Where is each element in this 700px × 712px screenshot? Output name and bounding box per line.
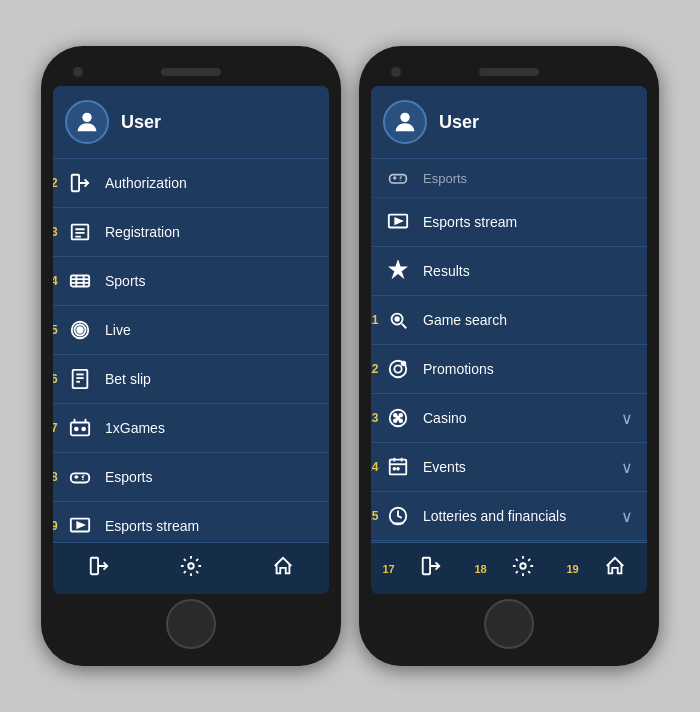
menu-item-live[interactable]: 5 Live <box>53 306 329 355</box>
phone-2-bottom <box>371 594 647 654</box>
esports-icon <box>67 464 93 490</box>
menu-item-betslip[interactable]: 6 Bet slip <box>53 355 329 404</box>
svg-rect-27 <box>91 558 98 575</box>
partial-esports-item: Esports <box>371 159 647 198</box>
svg-point-0 <box>82 113 91 122</box>
menu-item-casino[interactable]: 13 Casino ∨ <box>371 394 647 443</box>
nav-home-icon[interactable] <box>262 551 304 586</box>
live-icon <box>67 317 93 343</box>
phone-1: User 2 Authorization 3 <box>41 46 341 666</box>
svg-point-29 <box>188 563 194 569</box>
sports-icon <box>67 268 93 294</box>
user-header-2: User <box>371 86 647 159</box>
phone-1-top-bar <box>53 58 329 86</box>
partial-esports-icon <box>385 165 411 191</box>
svg-point-44 <box>399 419 402 422</box>
esports-stream-2-icon <box>385 209 411 235</box>
menu-item-authorization[interactable]: 2 Authorization <box>53 159 329 208</box>
betslip-label: Bet slip <box>105 371 315 387</box>
menu-item-sports[interactable]: 4 Sports <box>53 257 329 306</box>
sports-label: Sports <box>105 273 315 289</box>
phone-1-screen: User 2 Authorization 3 <box>53 86 329 594</box>
phone-2-wrapper: User Esports Esports st <box>359 46 659 666</box>
nav-home-2-icon[interactable] <box>594 551 636 586</box>
svg-point-22 <box>75 428 78 431</box>
events-label: Events <box>423 459 609 475</box>
menu-item-esports-stream[interactable]: 9 Esports stream <box>53 502 329 542</box>
phones-container: User 2 Authorization 3 <box>41 46 659 666</box>
nav-login-2-icon[interactable] <box>410 551 452 586</box>
esports-label: Esports <box>105 469 315 485</box>
avatar-2 <box>383 100 427 144</box>
registration-label: Registration <box>105 224 315 240</box>
bottom-nav-1 <box>53 542 329 594</box>
svg-point-43 <box>394 419 397 422</box>
svg-point-50 <box>393 468 395 470</box>
svg-point-41 <box>394 414 397 417</box>
results-2-label: Results <box>423 263 633 279</box>
menu-item-2-results[interactable]: Results <box>371 247 647 296</box>
menu-item-events[interactable]: 14 Events ∨ <box>371 443 647 492</box>
phone-2-screen: User Esports Esports st <box>371 86 647 594</box>
game-search-label: Game search <box>423 312 633 328</box>
home-button-1[interactable] <box>166 599 216 649</box>
menu-list-2[interactable]: Esports stream Results 11 <box>371 198 647 542</box>
menu-item-1xgames[interactable]: 7 1xGames <box>53 404 329 453</box>
svg-marker-26 <box>77 522 83 528</box>
user-header-1: User <box>53 86 329 159</box>
svg-point-38 <box>394 365 401 372</box>
svg-rect-31 <box>390 175 407 183</box>
lotteries-arrow[interactable]: ∨ <box>621 507 633 526</box>
svg-point-23 <box>82 428 85 431</box>
esports-stream-2-label: Esports stream <box>423 214 633 230</box>
svg-rect-19 <box>71 423 89 436</box>
phone-2-camera <box>391 67 401 77</box>
authorization-label: Authorization <box>105 175 315 191</box>
menu-item-promotions[interactable]: 12 Promotions <box>371 345 647 394</box>
svg-point-30 <box>400 113 409 122</box>
nav-settings-icon[interactable] <box>170 551 212 586</box>
phone-2-speaker <box>479 68 539 76</box>
svg-point-35 <box>395 317 399 321</box>
svg-rect-7 <box>71 276 89 287</box>
svg-point-45 <box>397 417 400 420</box>
esports-stream-label: Esports stream <box>105 518 315 534</box>
user-name-1: User <box>121 112 161 133</box>
svg-marker-33 <box>395 218 401 224</box>
svg-rect-1 <box>72 175 79 192</box>
svg-point-59 <box>520 563 526 569</box>
1xgames-icon <box>67 415 93 441</box>
avatar-1 <box>65 100 109 144</box>
menu-list-1[interactable]: 2 Authorization 3 Registration <box>53 159 329 542</box>
casino-label: Casino <box>423 410 609 426</box>
phone-2: User Esports Esports st <box>359 46 659 666</box>
menu-item-registration[interactable]: 3 Registration <box>53 208 329 257</box>
menu-item-esports[interactable]: 8 Esports <box>53 453 329 502</box>
lotteries-label: Lotteries and financials <box>423 508 609 524</box>
promotions-label: Promotions <box>423 361 633 377</box>
menu-item-lotteries[interactable]: 15 Lotteries and financials ∨ <box>371 492 647 541</box>
results-2-icon <box>385 258 411 284</box>
svg-point-12 <box>77 327 83 333</box>
promotions-icon <box>385 356 411 382</box>
home-button-2[interactable] <box>484 599 534 649</box>
events-arrow[interactable]: ∨ <box>621 458 633 477</box>
registration-icon <box>67 219 93 245</box>
menu-item-other[interactable]: 16 Other ∨ <box>371 541 647 542</box>
partial-esports-label: Esports <box>423 171 633 186</box>
svg-rect-24 <box>71 473 89 482</box>
1xgames-label: 1xGames <box>105 420 315 436</box>
casino-icon <box>385 405 411 431</box>
betslip-icon <box>67 366 93 392</box>
menu-item-2-esports-stream[interactable]: Esports stream <box>371 198 647 247</box>
user-name-2: User <box>439 112 479 133</box>
lotteries-icon <box>385 503 411 529</box>
nav-settings-2-icon[interactable] <box>502 551 544 586</box>
esports-stream-icon <box>67 513 93 539</box>
phone-1-bottom <box>53 594 329 654</box>
phone-2-top-bar <box>371 58 647 86</box>
casino-arrow[interactable]: ∨ <box>621 409 633 428</box>
menu-item-game-search[interactable]: 11 Game search <box>371 296 647 345</box>
nav-login-icon[interactable] <box>78 551 120 586</box>
phone-1-camera <box>73 67 83 77</box>
